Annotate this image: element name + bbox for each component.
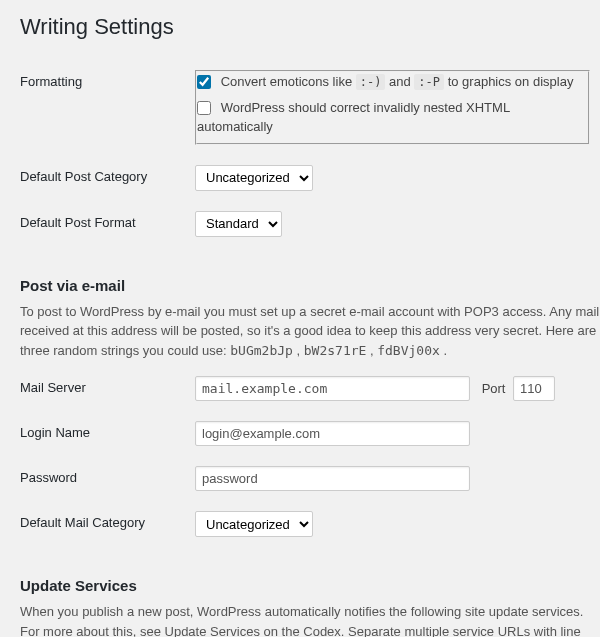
- emoticon-code-2: :-P: [414, 74, 444, 90]
- correct-xhtml-label[interactable]: WordPress should correct invalidly neste…: [197, 98, 588, 137]
- default-post-category-label: Default Post Category: [20, 155, 195, 201]
- update-services-desc: When you publish a new post, WordPress a…: [20, 602, 600, 637]
- mail-server-label: Mail Server: [20, 366, 195, 411]
- cb2-text: WordPress should correct invalidly neste…: [197, 100, 510, 135]
- convert-emoticons-label[interactable]: Convert emoticons like :-) and :-P to gr…: [197, 72, 588, 92]
- post-via-email-heading: Post via e-mail: [20, 277, 600, 294]
- cb1-text-mid: and: [385, 74, 414, 89]
- random-string-2: bW2s71rE: [304, 343, 367, 358]
- login-name-input[interactable]: [195, 421, 470, 446]
- login-name-label: Login Name: [20, 411, 195, 456]
- formatting-label: Formatting: [20, 60, 195, 155]
- emoticon-code-1: :-): [356, 74, 386, 90]
- password-label: Password: [20, 456, 195, 501]
- password-input[interactable]: [195, 466, 470, 491]
- post-via-email-desc: To post to WordPress by e-mail you must …: [20, 302, 600, 361]
- cb1-text-after: to graphics on display: [444, 74, 573, 89]
- default-mail-category-select[interactable]: Uncategorized: [195, 511, 313, 537]
- port-label: Port: [482, 381, 506, 396]
- update-services-heading: Update Services: [20, 577, 600, 594]
- mail-server-port-input[interactable]: [513, 376, 555, 401]
- default-mail-category-label: Default Mail Category: [20, 501, 195, 547]
- convert-emoticons-checkbox[interactable]: [197, 75, 211, 89]
- default-post-category-select[interactable]: Uncategorized: [195, 165, 313, 191]
- page-title: Writing Settings: [20, 14, 600, 40]
- correct-xhtml-checkbox[interactable]: [197, 101, 211, 115]
- default-post-format-select[interactable]: Standard: [195, 211, 282, 237]
- cb1-text-before: Convert emoticons like: [221, 74, 356, 89]
- mail-server-input[interactable]: [195, 376, 470, 401]
- default-post-format-label: Default Post Format: [20, 201, 195, 247]
- random-string-3: fdBVj00x: [377, 343, 440, 358]
- random-string-1: bUGm2bJp: [230, 343, 293, 358]
